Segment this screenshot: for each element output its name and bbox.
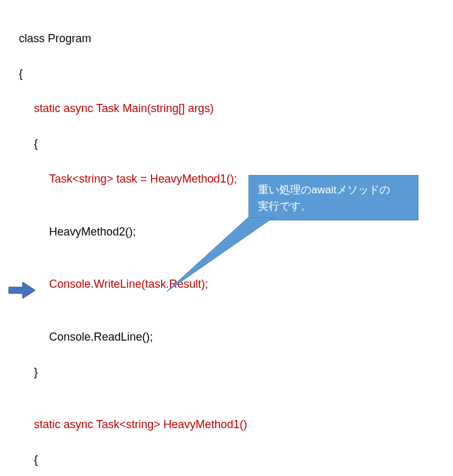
code-line: Task<string> task = HeavyMethod1(); bbox=[19, 171, 237, 188]
svg-marker-0 bbox=[167, 217, 274, 292]
code-line: HeavyMethod2(); bbox=[19, 224, 136, 241]
code-line: static async Task Main(string[] args) bbox=[19, 100, 214, 118]
code-line: } bbox=[19, 364, 38, 382]
callout-box: 重い処理のawaitメソッドの 実行です。 bbox=[249, 175, 418, 220]
callout-text-line1: 重い処理のawaitメソッドの bbox=[258, 184, 390, 196]
current-line-arrow-icon bbox=[8, 281, 36, 300]
svg-marker-1 bbox=[9, 282, 35, 298]
code-line: { bbox=[19, 451, 38, 469]
code-line: { bbox=[19, 135, 38, 153]
code-line: Console.ReadLine(); bbox=[19, 329, 153, 346]
code-line: { bbox=[19, 65, 440, 83]
code-line: static async Task<string> HeavyMethod1() bbox=[19, 416, 247, 434]
callout-text-line2: 実行です。 bbox=[258, 200, 311, 212]
code-line: class Program bbox=[19, 30, 440, 48]
